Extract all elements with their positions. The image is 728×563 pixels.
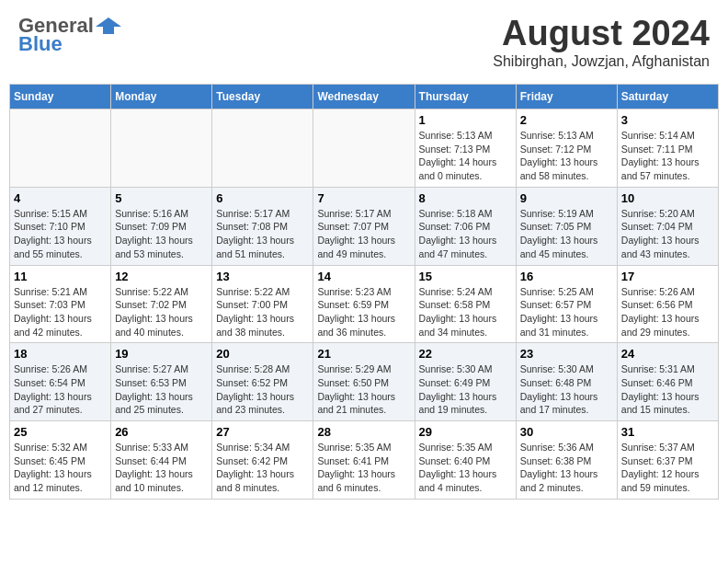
day-number: 6 [216,191,309,205]
table-row: 26Sunrise: 5:33 AMSunset: 6:44 PMDayligh… [111,421,212,500]
col-friday: Friday [516,85,617,109]
table-row: 24Sunrise: 5:31 AMSunset: 6:46 PMDayligh… [617,343,718,421]
table-row: 10Sunrise: 5:20 AMSunset: 7:04 PMDayligh… [617,187,718,265]
table-row: 17Sunrise: 5:26 AMSunset: 6:56 PMDayligh… [617,265,718,343]
table-row [111,109,212,188]
day-number: 14 [317,270,410,283]
table-row: 28Sunrise: 5:35 AMSunset: 6:41 PMDayligh… [313,421,415,500]
day-number: 17 [621,270,714,283]
table-row: 3Sunrise: 5:14 AMSunset: 7:11 PMDaylight… [617,109,718,188]
day-info: Sunrise: 5:21 AMSunset: 7:03 PMDaylight:… [14,285,107,339]
day-number: 9 [520,191,613,205]
logo-blue-text: Blue [18,32,63,56]
day-info: Sunrise: 5:37 AMSunset: 6:37 PMDaylight:… [621,441,714,495]
day-info: Sunrise: 5:36 AMSunset: 6:38 PMDaylight:… [520,441,613,495]
header: General Blue August 2024 Shibirghan, Jow… [9,9,719,75]
table-row [212,109,313,188]
table-row: 27Sunrise: 5:34 AMSunset: 6:42 PMDayligh… [212,421,313,500]
main-title: August 2024 [493,14,710,53]
table-row [313,109,415,188]
day-info: Sunrise: 5:26 AMSunset: 6:54 PMDaylight:… [14,362,107,417]
table-row [10,109,111,188]
table-row: 20Sunrise: 5:28 AMSunset: 6:52 PMDayligh… [212,343,313,421]
table-row: 14Sunrise: 5:23 AMSunset: 6:59 PMDayligh… [313,265,415,343]
day-number: 16 [520,270,613,283]
col-wednesday: Wednesday [313,85,415,109]
day-info: Sunrise: 5:22 AMSunset: 7:00 PMDaylight:… [216,285,309,339]
col-sunday: Sunday [10,85,111,109]
table-row: 11Sunrise: 5:21 AMSunset: 7:03 PMDayligh… [10,265,111,343]
day-info: Sunrise: 5:15 AMSunset: 7:10 PMDaylight:… [14,207,107,261]
day-info: Sunrise: 5:31 AMSunset: 6:46 PMDaylight:… [621,362,714,417]
calendar-header-row: Sunday Monday Tuesday Wednesday Thursday… [10,85,719,109]
day-number: 8 [419,191,512,205]
day-info: Sunrise: 5:22 AMSunset: 7:02 PMDaylight:… [115,285,208,339]
table-row: 12Sunrise: 5:22 AMSunset: 7:02 PMDayligh… [111,265,212,343]
day-number: 13 [216,270,309,283]
day-info: Sunrise: 5:32 AMSunset: 6:45 PMDaylight:… [14,441,107,495]
calendar-week-row: 18Sunrise: 5:26 AMSunset: 6:54 PMDayligh… [10,343,719,421]
day-info: Sunrise: 5:23 AMSunset: 6:59 PMDaylight:… [317,285,410,339]
day-number: 3 [621,113,714,127]
table-row: 8Sunrise: 5:18 AMSunset: 7:06 PMDaylight… [415,187,516,265]
table-row: 5Sunrise: 5:16 AMSunset: 7:09 PMDaylight… [111,187,212,265]
day-info: Sunrise: 5:35 AMSunset: 6:41 PMDaylight:… [317,441,410,495]
day-number: 18 [14,347,107,361]
day-number: 12 [115,270,208,283]
day-info: Sunrise: 5:35 AMSunset: 6:40 PMDaylight:… [419,441,512,495]
col-thursday: Thursday [415,85,516,109]
day-number: 21 [317,347,410,361]
svg-marker-0 [96,17,121,34]
table-row: 9Sunrise: 5:19 AMSunset: 7:05 PMDaylight… [516,187,617,265]
col-saturday: Saturday [617,85,718,109]
subtitle: Shibirghan, Jowzjan, Afghanistan [493,53,710,70]
day-number: 29 [419,425,512,439]
day-info: Sunrise: 5:29 AMSunset: 6:50 PMDaylight:… [317,362,410,417]
table-row: 6Sunrise: 5:17 AMSunset: 7:08 PMDaylight… [212,187,313,265]
day-info: Sunrise: 5:25 AMSunset: 6:57 PMDaylight:… [520,285,613,339]
table-row: 19Sunrise: 5:27 AMSunset: 6:53 PMDayligh… [111,343,212,421]
day-info: Sunrise: 5:27 AMSunset: 6:53 PMDaylight:… [115,362,208,417]
day-info: Sunrise: 5:16 AMSunset: 7:09 PMDaylight:… [115,207,208,261]
day-info: Sunrise: 5:30 AMSunset: 6:48 PMDaylight:… [520,362,613,417]
table-row: 16Sunrise: 5:25 AMSunset: 6:57 PMDayligh… [516,265,617,343]
day-info: Sunrise: 5:17 AMSunset: 7:07 PMDaylight:… [317,207,410,261]
day-info: Sunrise: 5:18 AMSunset: 7:06 PMDaylight:… [419,207,512,261]
day-number: 22 [419,347,512,361]
calendar-week-row: 4Sunrise: 5:15 AMSunset: 7:10 PMDaylight… [10,187,719,265]
day-number: 19 [115,347,208,361]
day-number: 11 [14,270,107,283]
day-number: 30 [520,425,613,439]
col-tuesday: Tuesday [212,85,313,109]
day-number: 2 [520,113,613,127]
calendar-week-row: 1Sunrise: 5:13 AMSunset: 7:13 PMDaylight… [10,109,719,188]
day-info: Sunrise: 5:19 AMSunset: 7:05 PMDaylight:… [520,207,613,261]
logo-bird-icon [96,16,121,36]
table-row: 30Sunrise: 5:36 AMSunset: 6:38 PMDayligh… [516,421,617,500]
day-number: 26 [115,425,208,439]
table-row: 15Sunrise: 5:24 AMSunset: 6:58 PMDayligh… [415,265,516,343]
day-number: 10 [621,191,714,205]
day-number: 31 [621,425,714,439]
table-row: 7Sunrise: 5:17 AMSunset: 7:07 PMDaylight… [313,187,415,265]
calendar-table: Sunday Monday Tuesday Wednesday Thursday… [9,84,719,500]
day-number: 1 [419,113,512,127]
day-number: 25 [14,425,107,439]
day-number: 15 [419,270,512,283]
day-number: 28 [317,425,410,439]
logo: General Blue [18,14,121,56]
table-row: 18Sunrise: 5:26 AMSunset: 6:54 PMDayligh… [10,343,111,421]
day-number: 23 [520,347,613,361]
title-area: August 2024 Shibirghan, Jowzjan, Afghani… [493,14,710,70]
calendar-week-row: 25Sunrise: 5:32 AMSunset: 6:45 PMDayligh… [10,421,719,500]
day-info: Sunrise: 5:14 AMSunset: 7:11 PMDaylight:… [621,129,714,183]
table-row: 13Sunrise: 5:22 AMSunset: 7:00 PMDayligh… [212,265,313,343]
day-number: 24 [621,347,714,361]
day-info: Sunrise: 5:13 AMSunset: 7:12 PMDaylight:… [520,129,613,183]
table-row: 21Sunrise: 5:29 AMSunset: 6:50 PMDayligh… [313,343,415,421]
col-monday: Monday [111,85,212,109]
table-row: 29Sunrise: 5:35 AMSunset: 6:40 PMDayligh… [415,421,516,500]
day-info: Sunrise: 5:30 AMSunset: 6:49 PMDaylight:… [419,362,512,417]
day-number: 4 [14,191,107,205]
table-row: 31Sunrise: 5:37 AMSunset: 6:37 PMDayligh… [617,421,718,500]
